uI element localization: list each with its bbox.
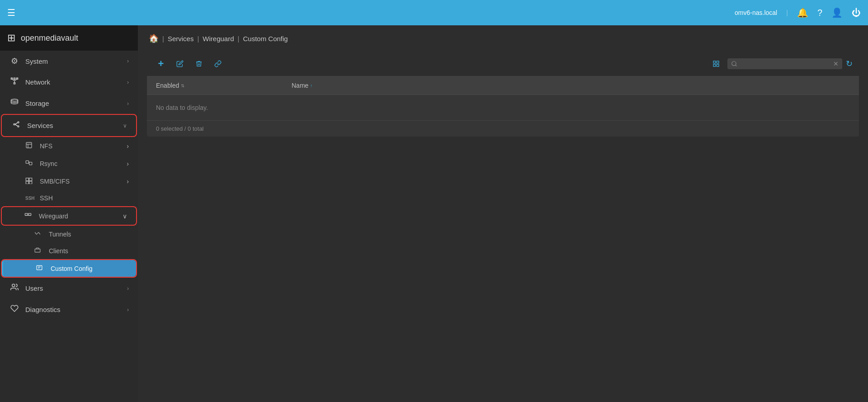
rsync-label: Rsync [40,160,57,167]
sidebar-item-system[interactable]: ⚙ System › [0,51,138,71]
logo-text: openmediavault [21,33,78,43]
user-icon[interactable]: 👤 [831,7,843,18]
add-button[interactable]: + [153,56,169,71]
svg-rect-37 [713,61,716,63]
notification-icon[interactable]: 🔔 [797,7,808,18]
col-header-enabled[interactable]: Enabled ⇅ [156,82,292,89]
breadcrumb-wireguard[interactable]: Wireguard [203,35,234,43]
svg-line-42 [736,65,737,66]
wireguard-icon [24,212,34,220]
svg-point-8 [11,99,18,101]
sidebar-item-nfs[interactable]: NFS › [0,137,138,155]
svg-rect-20 [29,178,32,181]
table-body: No data to display. [147,95,859,120]
sidebar-label-diagnostics: Diagnostics [25,306,127,313]
refresh-button[interactable]: ↻ [846,59,853,69]
table-footer: 0 selected / 0 total [147,120,859,137]
svg-point-10 [18,122,19,123]
tunnels-icon [34,230,44,238]
col-enabled-label: Enabled [156,82,179,89]
col-enabled-sort: ⇅ [181,83,184,88]
col-name-sort: ↑ [310,83,312,88]
no-data-message: No data to display. [156,100,850,115]
clients-icon [34,247,44,255]
custom-config-icon [36,265,46,272]
sidebar-item-users[interactable]: Users › [0,278,138,299]
ssh-label: SSH [40,194,53,202]
sidebar-label-storage: Storage [25,99,127,107]
sidebar-item-ssh[interactable]: SSH SSH [0,190,138,206]
sidebar-item-rsync[interactable]: Rsync › [0,155,138,172]
tunnels-label: Tunnels [49,231,71,238]
smb-label: SMB/CIFS [40,178,70,185]
svg-rect-39 [713,64,716,66]
top-header: ☰ omv6-nas.local | 🔔 ? 👤 ⏻ [0,0,868,25]
sidebar-item-network[interactable]: Network › [0,71,138,93]
edit-button[interactable] [172,56,188,71]
svg-rect-40 [717,64,719,66]
sidebar-item-diagnostics[interactable]: Diagnostics › [0,299,138,320]
hamburger-icon[interactable]: ☰ [7,7,15,18]
breadcrumb-services[interactable]: Services [168,35,194,43]
svg-rect-18 [29,162,32,165]
sidebar-nav: ⚙ System › Network › [0,51,138,402]
svg-point-11 [18,126,19,127]
col-name-label: Name [292,82,308,89]
sidebar-item-custom-config[interactable]: Custom Config [2,260,136,277]
nfs-icon [25,142,35,150]
header-right: omv6-nas.local | 🔔 ? 👤 ⏻ [735,7,861,18]
logo-icon: ⊞ [7,32,15,44]
help-icon[interactable]: ? [817,8,822,18]
sidebar-label-services: Services [27,122,123,129]
nfs-arrow: › [127,142,129,150]
selection-count: 0 selected / 0 total [156,125,204,132]
sidebar-item-services[interactable]: Services ∨ [2,115,136,136]
link-button[interactable] [210,56,226,71]
svg-line-27 [37,232,39,235]
sidebar-item-wireguard[interactable]: Wireguard ∨ [2,207,136,225]
svg-rect-1 [14,78,15,79]
sidebar-item-storage[interactable]: Storage › [0,93,138,114]
sidebar-item-smb[interactable]: SMB/CIFS › [0,172,138,190]
svg-line-12 [15,123,18,124]
power-icon[interactable]: ⏻ [852,8,861,18]
toolbar: + [147,52,859,76]
data-table: Enabled ⇅ Name ↑ No data to display. 0 s… [147,76,859,137]
svg-rect-17 [26,161,28,163]
breadcrumb-sep-3: | [238,35,240,43]
sidebar-item-tunnels[interactable]: Tunnels [0,226,138,242]
diagnostics-arrow: › [127,307,129,313]
main-panel: + [147,52,859,137]
delete-button[interactable] [191,56,207,71]
search-clear-button[interactable]: ✕ [833,60,839,67]
system-arrow: › [127,58,129,64]
breadcrumb-home[interactable]: 🏠 [149,33,159,43]
services-icon [11,120,22,131]
diagnostics-icon [9,304,20,315]
search-input[interactable] [740,61,830,67]
svg-point-9 [14,124,15,125]
sidebar-label-users: Users [25,284,127,292]
smb-arrow: › [127,178,129,185]
custom-config-label: Custom Config [51,265,93,272]
sidebar-item-clients[interactable]: Clients [0,242,138,259]
toolbar-right: ✕ ↻ [708,56,853,71]
storage-arrow: › [127,100,129,107]
grid-view-button[interactable] [708,56,724,71]
services-arrow: ∨ [123,123,127,129]
col-header-name[interactable]: Name ↑ [292,82,850,89]
search-icon [731,61,737,67]
breadcrumb: 🏠 | Services | Wireguard | Custom Config [138,25,868,52]
svg-rect-19 [26,178,28,181]
hostname-label: omv6-nas.local [735,9,777,16]
rsync-icon [25,159,35,168]
svg-rect-38 [717,61,719,63]
smb-icon [25,177,35,185]
svg-line-28 [38,232,40,235]
svg-rect-21 [26,181,28,184]
breadcrumb-sep-1: | [162,35,164,43]
nfs-label: NFS [40,142,52,150]
storage-icon [9,98,20,109]
content-area: 🏠 | Services | Wireguard | Custom Config… [138,25,868,402]
svg-rect-29 [35,249,40,252]
